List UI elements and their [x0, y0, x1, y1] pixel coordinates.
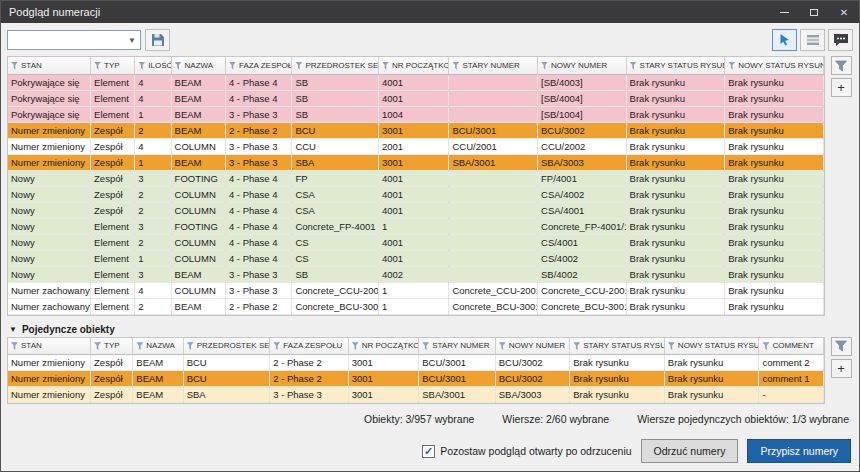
filter-icon[interactable] — [11, 62, 18, 70]
table-cell[interactable]: CCU/2001 — [449, 138, 538, 154]
table-cell[interactable]: 3 — [135, 266, 171, 282]
table-row[interactable]: Pokrywające sięElement1BEAM3 - Phase 3SB… — [8, 106, 824, 122]
table-cell[interactable]: 2 - Phase 2 — [225, 298, 291, 314]
table-cell[interactable]: Concrete_BCU-3001/1 — [449, 298, 538, 314]
table-cell[interactable]: 3001 — [348, 387, 418, 403]
table-cell[interactable]: Zespół — [91, 122, 135, 138]
table-cell[interactable]: Brak rysunku — [725, 170, 824, 186]
table-cell[interactable]: COLUMN — [171, 234, 225, 250]
table-cell[interactable]: 4001 — [378, 186, 448, 202]
table-cell[interactable]: comment 2 — [759, 355, 824, 371]
table-cell[interactable]: Zespół — [91, 186, 135, 202]
table-cell[interactable]: 1 — [378, 218, 448, 234]
table-cell[interactable]: SB — [292, 106, 379, 122]
table-cell[interactable]: 4 — [135, 90, 171, 106]
table-cell[interactable]: BEAM — [171, 266, 225, 282]
table-cell[interactable]: 4 - Phase 4 — [225, 186, 291, 202]
column-header-stary-numer[interactable]: STARY NUMER — [449, 57, 538, 74]
table-cell[interactable]: 3 - Phase 3 — [225, 282, 291, 298]
table-cell[interactable]: Element — [91, 74, 135, 90]
column-header-stan[interactable]: STAN — [8, 57, 91, 74]
single-objects-section-header[interactable]: ▼ Pojedyncze obiekty — [7, 322, 853, 337]
filter-icon[interactable] — [138, 62, 145, 70]
column-header-nowy-numer[interactable]: NOWY NUMER — [538, 57, 627, 74]
comments-button[interactable] — [828, 29, 853, 51]
table-cell[interactable]: 4 — [135, 282, 171, 298]
table-cell[interactable]: Brak rysunku — [626, 282, 725, 298]
table-cell[interactable]: Zespół — [91, 202, 135, 218]
table-cell[interactable]: Brak rysunku — [626, 202, 725, 218]
table-cell[interactable]: 2 — [135, 298, 171, 314]
table-cell[interactable]: BEAM — [171, 154, 225, 170]
table-row[interactable]: NowyZespół2COLUMN4 - Phase 4CSA4001CSA/4… — [8, 202, 824, 218]
table-cell[interactable]: CSA — [292, 202, 379, 218]
chevron-down-icon[interactable]: ▼ — [124, 36, 140, 45]
table-cell[interactable]: CCU/2002 — [538, 138, 627, 154]
table-cell[interactable]: Brak rysunku — [626, 138, 725, 154]
table-cell[interactable]: Element — [91, 282, 135, 298]
table-cell[interactable]: 1 — [135, 106, 171, 122]
table-cell[interactable]: 3 - Phase 3 — [225, 266, 291, 282]
table-row[interactable]: NowyElement3FOOTING4 - Phase 4Concrete_F… — [8, 218, 824, 234]
table-cell[interactable]: Brak rysunku — [626, 218, 725, 234]
preset-combobox[interactable]: ▼ — [7, 30, 141, 50]
table-cell[interactable]: SBA/3003 — [495, 387, 570, 403]
filter-icon[interactable] — [229, 62, 236, 70]
table-cell[interactable]: FOOTING — [171, 170, 225, 186]
table-cell[interactable]: Nowy — [8, 234, 91, 250]
table-row[interactable]: Pokrywające sięElement4BEAM4 - Phase 4SB… — [8, 90, 824, 106]
column-header-nazwa[interactable]: NAZWA — [133, 338, 183, 355]
add-filter-button[interactable]: + — [831, 78, 852, 97]
column-header-stan[interactable]: STAN — [8, 338, 91, 355]
table-cell[interactable]: Brak rysunku — [626, 186, 725, 202]
table-cell[interactable]: BCU/3001 — [419, 355, 496, 371]
filter-icon[interactable] — [728, 62, 735, 70]
table-cell[interactable]: Nowy — [8, 250, 91, 266]
table-cell[interactable]: BEAM — [133, 355, 183, 371]
column-header-nr-początkowy[interactable]: NR POCZĄTKOWY — [378, 57, 448, 74]
table-cell[interactable]: 1 — [135, 154, 171, 170]
table-cell[interactable]: Brak rysunku — [725, 74, 824, 90]
table-row[interactable]: Numer zmienionyZespółBEAMBCU2 - Phase 23… — [8, 355, 824, 371]
table-cell[interactable]: Nowy — [8, 202, 91, 218]
table-cell[interactable]: Element — [91, 298, 135, 314]
table-cell[interactable]: Concrete_CCU-2001 — [292, 282, 379, 298]
table-cell[interactable]: SB — [292, 266, 379, 282]
table-cell[interactable]: BEAM — [171, 122, 225, 138]
table-cell[interactable]: 2 — [135, 186, 171, 202]
table-cell[interactable] — [449, 90, 538, 106]
table-row[interactable]: Numer zmienionyZespółBEAMBCU2 - Phase 23… — [8, 371, 824, 387]
table-cell[interactable]: COLUMN — [171, 282, 225, 298]
assign-numbers-button[interactable]: Przypisz numery — [747, 439, 851, 463]
table-row[interactable]: Numer zachowanyElement2BEAM2 - Phase 2Co… — [8, 298, 824, 314]
column-header-comment[interactable]: COMMENT — [759, 338, 824, 355]
table-cell[interactable]: Brak rysunku — [725, 90, 824, 106]
table-cell[interactable]: 3 - Phase 3 — [270, 387, 349, 403]
column-header-typ[interactable]: TYP — [91, 338, 133, 355]
table-cell[interactable]: 3 — [135, 170, 171, 186]
column-header-faza-zespołu[interactable]: FAZA ZESPOŁU — [270, 338, 349, 355]
column-header-stary-status-rysunku[interactable]: STARY STATUS RYSUNKU — [626, 57, 725, 74]
table-cell[interactable]: 4002 — [378, 266, 448, 282]
table-cell[interactable] — [449, 106, 538, 122]
table-cell[interactable]: Zespół — [91, 387, 133, 403]
table-cell[interactable]: 4001 — [378, 170, 448, 186]
table-cell[interactable]: CS — [292, 234, 379, 250]
table-cell[interactable]: 3001 — [378, 122, 448, 138]
table-cell[interactable] — [449, 266, 538, 282]
table-cell[interactable]: Pokrywające się — [8, 106, 91, 122]
table-cell[interactable] — [449, 74, 538, 90]
table-cell[interactable]: COLUMN — [171, 186, 225, 202]
checkbox-check-icon[interactable]: ✓ — [422, 445, 435, 458]
filter-icon[interactable] — [187, 342, 194, 350]
table-cell[interactable]: Brak rysunku — [626, 106, 725, 122]
table-cell[interactable]: Brak rysunku — [626, 298, 725, 314]
filter-icon[interactable] — [175, 62, 182, 70]
table-cell[interactable]: Brak rysunku — [664, 387, 759, 403]
table-cell[interactable]: 3001 — [378, 154, 448, 170]
filter-icon[interactable] — [94, 62, 101, 70]
filter-icon[interactable] — [136, 342, 143, 350]
column-header-nazwa[interactable]: NAZWA — [171, 57, 225, 74]
table-row[interactable]: NowyElement3BEAM3 - Phase 3SB4002SB/4002… — [8, 266, 824, 282]
table-cell[interactable]: 2 — [135, 234, 171, 250]
